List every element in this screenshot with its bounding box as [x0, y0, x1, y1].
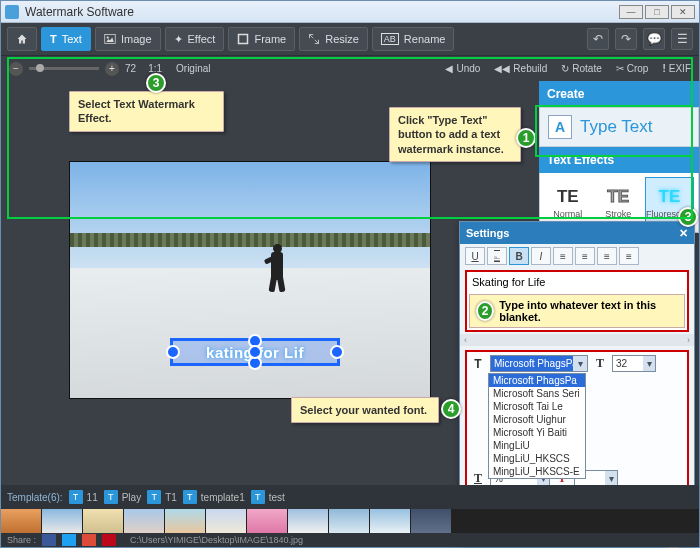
share-twitter-icon[interactable]	[62, 534, 76, 546]
text-tab[interactable]: TText	[41, 27, 91, 51]
align-right-button[interactable]: ≡	[597, 247, 617, 265]
share-pinterest-icon[interactable]	[102, 534, 116, 546]
font-option[interactable]: Microsoft Tai Le	[489, 400, 585, 413]
crop-button[interactable]: ✂Crop	[616, 63, 649, 74]
font-family-combo[interactable]: Microsoft PhagsPa▾	[490, 355, 588, 372]
font-dropdown-list[interactable]: Microsoft PhagsPa Microsoft Sans Seri Mi…	[488, 373, 586, 479]
align-center-button[interactable]: ≡	[575, 247, 595, 265]
align-left-button[interactable]: ≡	[553, 247, 573, 265]
rename-tab[interactable]: ABRename	[372, 27, 455, 51]
template-item[interactable]: Ttest	[251, 490, 285, 504]
step-badge-3b: 3	[678, 207, 698, 227]
svg-point-1	[107, 36, 109, 38]
zoom-percent: 72	[125, 63, 136, 74]
rebuild-button[interactable]: ◀◀Rebuild	[494, 63, 547, 74]
rename-tab-label: Rename	[404, 33, 446, 45]
type-text-icon: A	[548, 115, 572, 139]
tip-2-text: Type into whatever text in this blanket.	[499, 299, 678, 323]
effect-tab-label: Effect	[188, 33, 216, 45]
thumbnail-strip[interactable]	[1, 509, 699, 533]
font-option[interactable]: Microsoft Yi Baiti	[489, 426, 585, 439]
tip-3: Select Text Watermark Effect.	[69, 91, 224, 132]
window-close-button[interactable]: ✕	[671, 5, 695, 19]
italic-button[interactable]: I	[531, 247, 551, 265]
image-tab[interactable]: Image	[95, 27, 161, 51]
text-effects-header: Text Effects	[539, 147, 699, 173]
zoom-slider[interactable]	[29, 67, 99, 70]
font-size-combo[interactable]: 32▾	[612, 355, 656, 372]
image-tab-label: Image	[121, 33, 152, 45]
font-icon: T	[470, 356, 486, 372]
share-gplus-icon[interactable]	[82, 534, 96, 546]
handle-left[interactable]	[166, 345, 180, 359]
template-label: Template(6):	[7, 492, 63, 503]
chat-button[interactable]: 💬	[643, 28, 665, 50]
tip-4: Select your wanted font.	[291, 397, 439, 423]
template-item[interactable]: T11	[69, 490, 98, 504]
zoom-out-button[interactable]: −	[9, 62, 23, 76]
chevron-down-icon: ▾	[573, 356, 587, 371]
svg-rect-2	[239, 35, 248, 44]
font-option[interactable]: Microsoft Sans Seri	[489, 387, 585, 400]
watermark-selection-box[interactable]: kating for Lif	[170, 338, 340, 366]
font-option[interactable]: MingLiU_HKSCS	[489, 452, 585, 465]
settings-title: Settings	[466, 227, 509, 239]
share-facebook-icon[interactable]	[42, 534, 56, 546]
template-item[interactable]: TPlay	[104, 490, 141, 504]
step-badge-1: 1	[516, 128, 536, 148]
resize-tab[interactable]: Resize	[299, 27, 368, 51]
step-badge-3a: 3	[146, 73, 166, 93]
rotate-button[interactable]: ↻Rotate	[561, 63, 601, 74]
menu-button[interactable]: ☰	[671, 28, 693, 50]
svg-rect-0	[105, 35, 116, 44]
window-minimize-button[interactable]: —	[619, 5, 643, 19]
template-item[interactable]: TT1	[147, 490, 177, 504]
preview-canvas[interactable]: kating for Lif	[69, 161, 431, 399]
zoom-in-button[interactable]: +	[105, 62, 119, 76]
template-item[interactable]: Ttemplate1	[183, 490, 245, 504]
step-badge-4: 4	[441, 399, 461, 419]
chevron-down-icon: ▾	[643, 356, 655, 371]
font-option[interactable]: MingLiU	[489, 439, 585, 452]
rename-icon: AB	[381, 33, 399, 45]
history-undo-button[interactable]: ↶	[587, 28, 609, 50]
tip-1: Click "Type Text" button to add a text w…	[389, 107, 521, 162]
undo-button[interactable]: ◀Undo	[445, 63, 480, 74]
align-justify-button[interactable]: ≡	[619, 247, 639, 265]
frame-tab-label: Frame	[254, 33, 286, 45]
step-badge-2: 2	[476, 301, 494, 321]
handle-center[interactable]	[248, 345, 262, 359]
type-text-label: Type Text	[580, 117, 652, 137]
settings-close-button[interactable]: ✕	[679, 227, 688, 240]
app-icon	[5, 5, 19, 19]
watermark-text-input[interactable]	[467, 272, 687, 292]
font-option[interactable]: Microsoft PhagsPa	[489, 374, 585, 387]
history-redo-button[interactable]: ↷	[615, 28, 637, 50]
type-text-button[interactable]: A Type Text	[539, 107, 699, 147]
frame-tab[interactable]: Frame	[228, 27, 295, 51]
resize-tab-label: Resize	[325, 33, 359, 45]
exif-button[interactable]: !EXIF	[662, 63, 691, 74]
status-path: C:\Users\YIMIGE\Desktop\IMAGE\1840.jpg	[130, 535, 303, 545]
bold-button[interactable]: B	[509, 247, 529, 265]
text-tab-label: Text	[62, 33, 82, 45]
font-option[interactable]: MingLiU_HKSCS-E	[489, 465, 585, 478]
effect-tab[interactable]: ✦Effect	[165, 27, 225, 51]
double-underline-button[interactable]: ⎁	[487, 247, 507, 265]
home-button[interactable]	[7, 27, 37, 51]
handle-right[interactable]	[330, 345, 344, 359]
effect-icon: ✦	[174, 33, 183, 46]
font-option[interactable]: Microsoft Uighur	[489, 413, 585, 426]
create-panel-header: Create	[539, 81, 699, 107]
window-maximize-button[interactable]: □	[645, 5, 669, 19]
underline-button[interactable]: U	[465, 247, 485, 265]
zoom-original-button[interactable]: Original	[176, 63, 210, 74]
window-title: Watermark Software	[25, 5, 134, 19]
font-size-icon: T	[592, 356, 608, 372]
share-label: Share :	[7, 535, 36, 545]
